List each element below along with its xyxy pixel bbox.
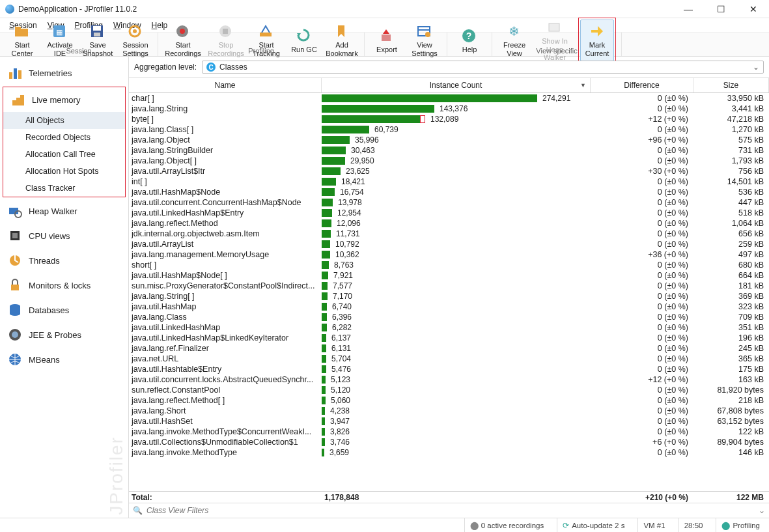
table-row[interactable]: java.util.HashMap$Node 16,754 0 (±0 %) 5… xyxy=(129,187,769,197)
table-row[interactable]: java.util.HashMap$Node[ ] 7,921 0 (±0 %)… xyxy=(129,270,769,281)
chevron-down-icon[interactable]: ⌄ xyxy=(759,506,765,515)
stop-icon xyxy=(217,23,235,40)
table-row[interactable]: java.lang.Class[ ] 60,739 0 (±0 %) 1,270… xyxy=(129,124,769,135)
table-row[interactable]: java.util.Hashtable$Entry 5,476 0 (±0 %)… xyxy=(129,364,769,374)
activate-ide-button[interactable]: ▦ActivateIDE xyxy=(43,20,77,61)
table-row[interactable]: java.lang.String[ ] 7,170 0 (±0 %) 369 k… xyxy=(129,291,769,301)
status-recordings: 0 active recordings xyxy=(481,522,544,529)
sidebar-sub-alloc-hot-spots[interactable]: Allocation Hot Spots xyxy=(3,163,125,180)
col-instance-count[interactable]: Instance Count▼ xyxy=(322,78,591,92)
cell-instance: 5,060 xyxy=(322,396,591,405)
table-row[interactable]: java.util.ArrayList$Itr 23,625 +30 (+0 %… xyxy=(129,166,769,176)
table-row[interactable]: java.lang.reflect.Method 12,096 0 (±0 %)… xyxy=(129,218,769,229)
table-row[interactable]: char[ ] 274,291 0 (±0 %) 33,950 kB xyxy=(129,93,769,104)
table-row[interactable]: sun.misc.ProxyGenerator$ConstantPool$Ind… xyxy=(129,281,769,291)
sidebar-monitors[interactable]: Monitors & locks xyxy=(0,273,128,298)
svg-rect-27 xyxy=(9,72,12,79)
cell-name: java.lang.String[ ] xyxy=(129,292,322,301)
ide-icon: ▦ xyxy=(51,23,69,40)
sidebar-heap-walker[interactable]: Heap Walker xyxy=(0,199,128,223)
table-row[interactable]: java.lang.reflect.Method[ ] 5,060 0 (±0 … xyxy=(129,395,769,406)
aggregation-combo[interactable]: C Classes ⌄ xyxy=(202,61,764,74)
sidebar-jee-probes[interactable]: JEE & Probes xyxy=(0,322,128,347)
save-snapshot-button[interactable]: SaveSnapshot xyxy=(81,20,115,61)
cell-size: 680 kB xyxy=(693,260,769,270)
livemem-icon xyxy=(11,92,25,107)
svg-text:❄: ❄ xyxy=(509,24,520,38)
cell-instance: 143,376 xyxy=(322,104,591,113)
view-settings-button[interactable]: ViewSettings xyxy=(408,20,441,61)
class-filter-input[interactable] xyxy=(147,506,755,515)
cell-instance: 3,826 xyxy=(322,427,591,436)
table-row[interactable]: int[ ] 18,421 0 (±0 %) 14,501 kB xyxy=(129,176,769,187)
col-name[interactable]: Name xyxy=(129,78,322,92)
col-size[interactable]: Size xyxy=(693,78,769,92)
help-button[interactable]: ?Help xyxy=(453,24,486,57)
cell-size: 323 kB xyxy=(693,302,769,311)
table-row[interactable]: java.util.concurrent.locks.AbstractQueue… xyxy=(129,374,769,385)
table-row[interactable]: java.util.LinkedHashMap$Entry 12,954 0 (… xyxy=(129,208,769,218)
table-row[interactable]: java.util.HashMap 6,740 0 (±0 %) 323 kB xyxy=(129,301,769,312)
sidebar-databases[interactable]: Databases xyxy=(0,298,128,322)
table-row[interactable]: java.net.URL 5,704 0 (±0 %) 365 kB xyxy=(129,354,769,364)
sidebar-telemetries[interactable]: Telemetries xyxy=(0,61,128,85)
sidebar-live-memory[interactable]: Live memory xyxy=(3,87,125,112)
cell-name: java.lang.reflect.Method[ ] xyxy=(129,396,322,405)
toolbar: StartCenter▦ActivateIDESaveSnapshotSessi… xyxy=(0,33,769,57)
svg-rect-36 xyxy=(12,233,18,238)
svg-rect-6 xyxy=(94,33,100,36)
sidebar-sub-recorded-objects[interactable]: Recorded Objects xyxy=(3,129,125,146)
table-row[interactable]: java.lang.Object 35,996 +96 (+0 %) 575 k… xyxy=(129,135,769,145)
group-label: Profiling xyxy=(163,46,359,55)
sidebar-mbeans[interactable]: MBeans xyxy=(0,347,128,372)
table-row[interactable]: jdk.internal.org.objectweb.asm.Item 11,7… xyxy=(129,229,769,239)
table-row[interactable]: java.lang.invoke.MethodType 3,659 0 (±0 … xyxy=(129,447,769,458)
cell-size: 575 kB xyxy=(693,135,769,145)
table-row[interactable]: java.lang.Short 4,238 0 (±0 %) 67,808 by… xyxy=(129,406,769,416)
start-tracking-button[interactable]: StartTracking xyxy=(249,20,283,61)
table-row[interactable]: java.util.Collections$UnmodifiableCollec… xyxy=(129,437,769,447)
table-row[interactable]: java.lang.Class 6,396 0 (±0 %) 709 kB xyxy=(129,312,769,322)
close-button[interactable]: ✕ xyxy=(743,4,764,14)
freeze-view-button[interactable]: ❄FreezeView xyxy=(497,20,531,61)
table-row[interactable]: java.lang.invoke.MethodType$ConcurrentWe… xyxy=(129,427,769,437)
svg-rect-28 xyxy=(14,68,17,79)
table-row[interactable]: java.util.LinkedHashMap 6,282 0 (±0 %) 3… xyxy=(129,322,769,333)
sidebar-sub-alloc-call-tree[interactable]: Allocation Call Tree xyxy=(3,146,125,163)
export-button[interactable]: Export xyxy=(370,24,404,57)
table-row[interactable]: java.util.LinkedHashMap$LinkedKeyIterato… xyxy=(129,333,769,343)
table-row[interactable]: java.util.ArrayList 10,792 0 (±0 %) 259 … xyxy=(129,239,769,249)
cell-size: 218 kB xyxy=(693,396,769,405)
table-row[interactable]: java.util.HashSet 3,947 0 (±0 %) 63,152 … xyxy=(129,416,769,427)
cell-instance: 5,123 xyxy=(322,375,591,384)
cell-name: java.util.concurrent.locks.AbstractQueue… xyxy=(129,375,322,384)
add-bookmark-button[interactable]: AddBookmark xyxy=(325,20,359,61)
start-center-button[interactable]: StartCenter xyxy=(5,20,39,61)
table-row[interactable]: java.lang.management.MemoryUsage 10,362 … xyxy=(129,249,769,260)
start-recordings-button[interactable]: StartRecordings xyxy=(163,20,203,61)
sidebar-sub-class-tracker[interactable]: Class Tracker xyxy=(3,180,125,197)
minimize-button[interactable]: — xyxy=(678,4,699,14)
table-row[interactable]: short[ ] 8,763 0 (±0 %) 680 kB xyxy=(129,260,769,270)
cell-name: java.util.HashMap xyxy=(129,302,322,311)
col-difference[interactable]: Difference xyxy=(591,78,693,92)
table-row[interactable]: java.lang.String 143,376 0 (±0 %) 3,441 … xyxy=(129,104,769,114)
cell-name: byte[ ] xyxy=(129,115,322,124)
mark-current-button[interactable]: MarkCurrent xyxy=(580,20,614,61)
session-settings-button[interactable]: SessionSettings xyxy=(119,20,152,61)
sidebar-sub-all-objects[interactable]: All Objects xyxy=(3,112,125,129)
cell-size: 47,218 kB xyxy=(693,115,769,124)
table-row[interactable]: java.lang.StringBuilder 30,463 0 (±0 %) … xyxy=(129,145,769,156)
sidebar-threads[interactable]: Threads xyxy=(0,248,128,273)
table-row[interactable]: java.lang.ref.Finalizer 6,131 0 (±0 %) 2… xyxy=(129,343,769,354)
table-row[interactable]: java.lang.Object[ ] 29,950 0 (±0 %) 1,79… xyxy=(129,156,769,166)
table-row[interactable]: sun.reflect.ConstantPool 5,120 0 (±0 %) … xyxy=(129,385,769,395)
sidebar-cpu-views[interactable]: CPU views xyxy=(0,223,128,248)
cell-name: jdk.internal.org.objectweb.asm.Item xyxy=(129,229,322,238)
table-body[interactable]: char[ ] 274,291 0 (±0 %) 33,950 kB java.… xyxy=(129,93,769,491)
maximize-button[interactable]: ☐ xyxy=(710,4,731,14)
svg-rect-38 xyxy=(11,285,19,290)
cell-instance: 13,978 xyxy=(322,198,591,207)
table-row[interactable]: byte[ ] 132,089 +12 (+0 %) 47,218 kB xyxy=(129,114,769,124)
table-row[interactable]: java.util.concurrent.ConcurrentHashMap$N… xyxy=(129,197,769,208)
